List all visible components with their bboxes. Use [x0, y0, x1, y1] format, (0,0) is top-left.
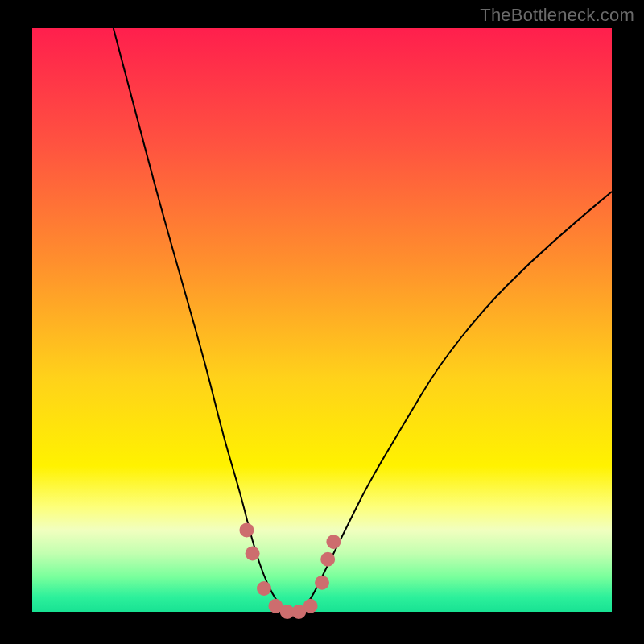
- curve-marker: [326, 535, 341, 549]
- chart-frame: TheBottleneck.com: [0, 0, 644, 644]
- watermark-label: TheBottleneck.com: [480, 5, 634, 26]
- curve-marker: [246, 547, 260, 561]
- bottleneck-chart: [0, 0, 644, 644]
- curve-marker: [239, 523, 254, 538]
- curve-marker: [303, 599, 318, 613]
- curve-marker: [257, 581, 271, 596]
- curve-marker: [315, 576, 329, 590]
- curve-marker: [320, 552, 335, 567]
- plot-background: [32, 28, 612, 612]
